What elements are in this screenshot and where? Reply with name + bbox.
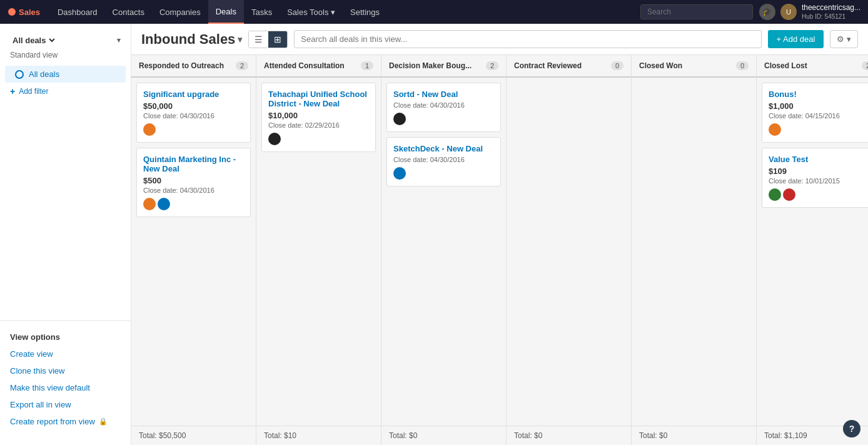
help-nav-icon[interactable]: 🎓	[759, 4, 775, 20]
sidebar-sub-label: Standard view	[0, 49, 131, 66]
nav-settings[interactable]: Settings	[343, 0, 387, 24]
deal-card[interactable]: Value Test $109 Close date: 10/01/2015	[762, 148, 868, 208]
view-dropdown[interactable]: All deals My deals	[10, 35, 57, 46]
help-button[interactable]: ?	[843, 420, 860, 437]
deal-search-input[interactable]	[294, 30, 761, 48]
deal-avatar-0	[769, 123, 781, 136]
deal-name[interactable]: SketchDeck - New Deal	[393, 144, 494, 153]
user-avatar[interactable]: U	[780, 4, 797, 20]
settings-button[interactable]: ⚙ ▾	[830, 30, 858, 48]
nav-contacts[interactable]: Contacts	[105, 0, 152, 24]
top-nav: Sales Dashboard Contacts Companies Deals…	[0, 0, 868, 24]
col-header-attended: Attended Consultation 1	[256, 55, 381, 78]
deal-avatars	[769, 188, 868, 201]
export-all-item[interactable]: Export all in view	[0, 396, 131, 413]
deal-avatar-0	[268, 133, 281, 145]
col-title-closed_won: Closed Won	[639, 61, 682, 70]
user-info: theeccentricsag... Hub ID: 545121	[802, 3, 860, 21]
col-count-closed_won: 0	[736, 61, 749, 70]
deal-name[interactable]: Sortd - New Deal	[393, 90, 494, 99]
view-options-title: View options	[0, 329, 131, 345]
column-closed_lost: Closed Lost 2 Bonus! $1,000 Close date: …	[757, 55, 868, 445]
clone-view-label: Clone this view	[10, 366, 64, 376]
col-body-attended: Tehachapi Unified School District - New …	[256, 78, 381, 426]
svg-point-0	[8, 8, 16, 16]
deal-card[interactable]: Sortd - New Deal Close date: 04/30/2016	[386, 83, 501, 132]
nav-companies[interactable]: Companies	[152, 0, 208, 24]
create-view-label: Create view	[10, 349, 53, 359]
board-view-button[interactable]: ⊞	[268, 31, 287, 48]
add-deal-button[interactable]: + Add deal	[768, 30, 824, 48]
deal-date: Close date: 02/29/2016	[268, 121, 369, 129]
create-report-item[interactable]: Create report from view 🔒	[0, 413, 131, 430]
col-count-decision: 2	[486, 61, 498, 70]
all-deals-dot-icon	[15, 70, 24, 79]
deal-date: Close date: 04/15/2016	[769, 112, 868, 120]
sidebar-all-deals-label: All deals	[29, 69, 59, 79]
col-header-decision: Decision Maker Boug... 2	[381, 55, 506, 78]
col-title-closed_lost: Closed Lost	[764, 61, 807, 70]
deal-name[interactable]: Bonus!	[769, 90, 868, 99]
clone-view-item[interactable]: Clone this view	[0, 362, 131, 379]
deal-avatar-0	[143, 123, 156, 136]
nav-tasks[interactable]: Tasks	[244, 0, 280, 24]
deal-name[interactable]: Quintain Marketing Inc - New Deal	[143, 155, 244, 173]
deal-avatar-0	[393, 167, 406, 180]
create-view-item[interactable]: Create view	[0, 345, 131, 362]
col-header-closed_won: Closed Won 0	[632, 55, 756, 78]
page-title[interactable]: Inbound Sales ▾	[141, 31, 242, 48]
deal-amount: $109	[769, 166, 868, 176]
list-view-button[interactable]: ☰	[249, 31, 268, 48]
app-body: All deals My deals ▾ Standard view All d…	[0, 24, 868, 445]
deal-avatar-0	[143, 198, 156, 210]
main-content: Inbound Sales ▾ ☰ ⊞ + Add deal ⚙ ▾ Respo…	[131, 24, 868, 445]
page-title-text: Inbound Sales	[141, 31, 235, 48]
col-body-responded: Significant upgrade $50,000 Close date: …	[131, 78, 256, 426]
deal-card[interactable]: Significant upgrade $50,000 Close date: …	[136, 83, 251, 143]
deal-name[interactable]: Significant upgrade	[143, 90, 244, 99]
deal-card[interactable]: SketchDeck - New Deal Close date: 04/30/…	[386, 137, 501, 187]
deal-card[interactable]: Bonus! $1,000 Close date: 04/15/2016	[762, 83, 868, 143]
deal-amount: $50,000	[143, 101, 244, 111]
sidebar-item-all-deals[interactable]: All deals	[5, 66, 126, 83]
col-title-decision: Decision Maker Boug...	[389, 61, 472, 70]
col-count-contract: 0	[611, 61, 623, 70]
nav-dashboard[interactable]: Dashboard	[50, 0, 105, 24]
col-title-contract: Contract Reviewed	[514, 61, 582, 70]
deal-avatars	[143, 123, 244, 136]
plus-icon: +	[10, 86, 15, 96]
add-filter-button[interactable]: + Add filter	[0, 83, 131, 100]
hub-id: Hub ID: 545121	[802, 13, 860, 21]
col-footer-decision: Total: $0	[381, 426, 506, 445]
brand-name: Sales	[19, 8, 40, 17]
make-default-view-item[interactable]: Make this view default	[0, 379, 131, 396]
col-header-contract: Contract Reviewed 0	[507, 55, 631, 78]
deal-name[interactable]: Value Test	[769, 155, 868, 164]
nav-deals[interactable]: Deals	[208, 0, 244, 24]
deal-card[interactable]: Quintain Marketing Inc - New Deal $500 C…	[136, 148, 251, 217]
deal-date: Close date: 04/30/2016	[143, 112, 244, 120]
sidebar: All deals My deals ▾ Standard view All d…	[0, 24, 131, 445]
deal-avatar-0	[769, 188, 781, 201]
col-footer-closed_won: Total: $0	[632, 426, 756, 445]
deal-avatars	[769, 123, 868, 136]
col-footer-attended: Total: $10	[256, 426, 381, 445]
deal-card[interactable]: Tehachapi Unified School District - New …	[261, 83, 376, 152]
deal-avatar-1	[783, 188, 795, 201]
chevron-icon: ▾	[117, 36, 121, 44]
col-count-responded: 2	[236, 61, 248, 70]
nav-right: 🎓 U theeccentricsag... Hub ID: 545121	[759, 3, 860, 21]
col-header-closed_lost: Closed Lost 2	[757, 55, 868, 78]
global-search-input[interactable]	[640, 4, 753, 19]
deal-date: Close date: 04/30/2016	[393, 156, 494, 163]
deal-amount: $1,000	[769, 101, 868, 111]
view-options-section: View options Create view Clone this view…	[0, 320, 131, 437]
column-attended: Attended Consultation 1 Tehachapi Unifie…	[256, 55, 381, 445]
make-default-label: Make this view default	[10, 383, 90, 392]
lock-icon: 🔒	[99, 417, 108, 426]
view-toggle: ☰ ⊞	[248, 31, 288, 48]
nav-sales-tools[interactable]: Sales Tools ▾	[280, 0, 343, 24]
deal-name[interactable]: Tehachapi Unified School District - New …	[268, 90, 369, 108]
deal-date: Close date: 04/30/2016	[393, 101, 494, 109]
brand-logo: Sales	[8, 8, 40, 17]
